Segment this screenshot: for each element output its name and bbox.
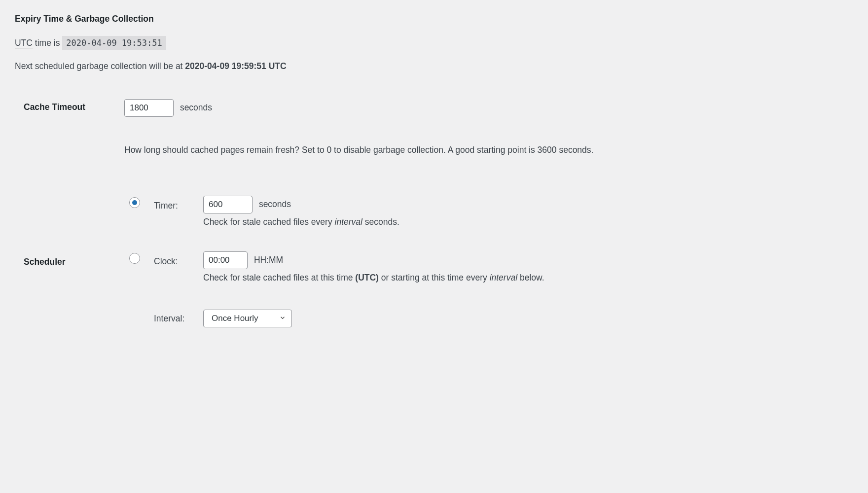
scheduler-timer-desc-prefix: Check for stale cached files every xyxy=(203,217,335,227)
next-gc-line: Next scheduled garbage collection will b… xyxy=(15,61,853,71)
next-gc-time: 2020-04-09 19:59:51 UTC xyxy=(185,61,286,71)
scheduler-timer-input[interactable] xyxy=(203,196,253,213)
scheduler-timer-radio[interactable] xyxy=(129,197,140,208)
scheduler-clock-option-label: Clock: xyxy=(154,251,203,308)
scheduler-timer-desc-suffix: seconds. xyxy=(362,217,399,227)
scheduler-clock-desc-interval: interval xyxy=(490,273,517,282)
scheduler-timer-option-label: Timer: xyxy=(154,196,203,252)
utc-prefix: time is xyxy=(33,38,62,48)
scheduler-clock-desc-middle: or starting at this time every xyxy=(379,273,490,282)
scheduler-interval-select[interactable]: Once Hourly xyxy=(203,310,292,327)
scheduler-label: Scheduler xyxy=(15,192,124,337)
utc-abbr: UTC xyxy=(15,38,33,48)
scheduler-clock-desc: Check for stale cached files at this tim… xyxy=(203,272,544,284)
section-title: Expiry Time & Garbage Collection xyxy=(15,14,853,24)
utc-time-value: 2020-04-09 19:53:51 xyxy=(62,36,166,50)
cache-timeout-help: How long should cached pages remain fres… xyxy=(124,144,627,156)
utc-time-line: UTC time is 2020-04-09 19:53:51 xyxy=(15,38,853,48)
scheduler-timer-desc: Check for stale cached files every inter… xyxy=(203,216,544,228)
cache-timeout-label: Cache Timeout xyxy=(15,95,124,192)
scheduler-clock-input[interactable] xyxy=(203,251,248,269)
scheduler-clock-desc-bold: (UTC) xyxy=(355,273,379,282)
scheduler-interval-label: Interval: xyxy=(154,308,203,332)
cache-timeout-input[interactable] xyxy=(124,99,174,117)
scheduler-timer-unit: seconds xyxy=(259,199,291,209)
scheduler-clock-desc-suffix: below. xyxy=(517,273,544,282)
next-gc-prefix: Next scheduled garbage collection will b… xyxy=(15,61,185,71)
scheduler-clock-unit: HH:MM xyxy=(254,255,283,265)
scheduler-clock-radio[interactable] xyxy=(129,253,140,264)
scheduler-clock-desc-prefix: Check for stale cached files at this tim… xyxy=(203,273,355,282)
cache-timeout-unit: seconds xyxy=(180,103,212,112)
scheduler-timer-desc-interval: interval xyxy=(335,217,362,227)
